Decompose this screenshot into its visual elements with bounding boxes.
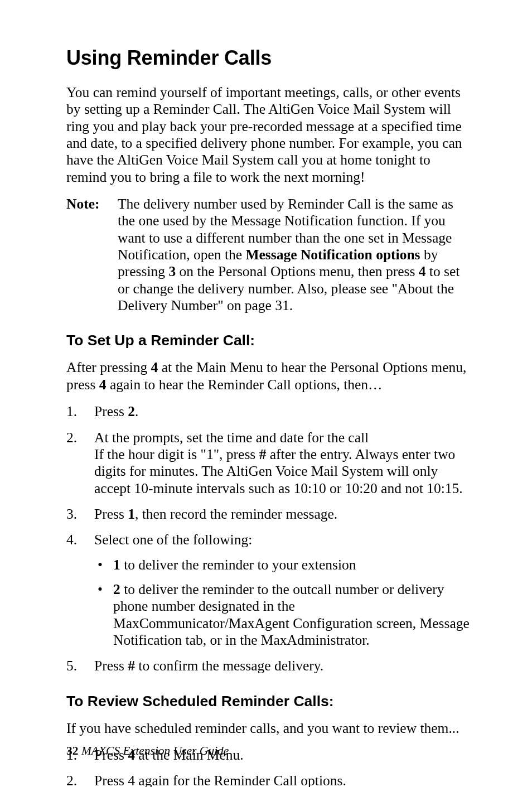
note-bold2: 3 — [168, 263, 176, 279]
s1-i3-seg1: Press — [94, 506, 128, 522]
bullet-item: 1 to deliver the reminder to your extens… — [94, 557, 472, 573]
list-item: Select one of the following: 1 to delive… — [66, 532, 472, 649]
s1-i2-seg1: At the prompts, set the time and date fo… — [94, 429, 369, 446]
s1-i4-bul1-seg: to deliver the reminder to your extensio… — [120, 557, 356, 573]
note-seg3: on the Personal Options menu, then press — [176, 263, 419, 279]
list-item: Press 2. — [66, 403, 472, 420]
s1-i5-seg1: Press — [94, 658, 128, 674]
note-block: Note: The delivery number used by Remind… — [66, 196, 472, 314]
footer-page-number: 32 — [66, 744, 79, 757]
s1-lead-seg3: again to hear the Reminder Call options,… — [107, 376, 383, 393]
s1-i4-bul1-b: 1 — [113, 557, 120, 573]
page-heading: Using Reminder Calls — [66, 46, 472, 70]
s2-i2: Press 4 again for the Reminder Call opti… — [94, 772, 346, 787]
s1-lead-b1: 4 — [151, 359, 158, 375]
intro-paragraph: You can remind yourself of important mee… — [66, 84, 472, 186]
list-item: Press 4 again for the Reminder Call opti… — [66, 772, 472, 787]
s1-i3-seg2: , then record the reminder message. — [135, 506, 337, 522]
note-text: The delivery number used by Reminder Cal… — [118, 196, 472, 314]
section1-title: To Set Up a Reminder Call: — [66, 332, 472, 349]
footer-book-title: MAXCS Extension User Guide — [81, 744, 229, 757]
s1-i5-b: # — [128, 658, 135, 674]
s1-i4-bul2-seg: to deliver the reminder to the outcall n… — [113, 581, 470, 648]
section1-lead: After pressing 4 at the Main Menu to hea… — [66, 359, 472, 393]
s1-i4-bul2-b: 2 — [113, 581, 120, 597]
s1-lead-b2: 4 — [99, 376, 107, 393]
s1-lead-seg1: After pressing — [66, 359, 151, 375]
note-label: Note: — [66, 196, 118, 314]
s1-i1-seg2: . — [135, 403, 138, 419]
section2-lead: If you have scheduled reminder calls, an… — [66, 720, 472, 737]
section1-list: Press 2. At the prompts, set the time an… — [66, 403, 472, 674]
s1-i5-seg2: to confirm the message delivery. — [135, 658, 323, 674]
list-item: Press 1, then record the reminder messag… — [66, 506, 472, 523]
s1-i4-seg1: Select one of the following: — [94, 532, 252, 548]
s1-i1-seg1: Press — [94, 403, 128, 419]
section2-title: To Review Scheduled Reminder Calls: — [66, 693, 472, 710]
section1-bullets: 1 to deliver the reminder to your extens… — [94, 557, 472, 649]
note-bold3: 4 — [419, 263, 426, 279]
s1-i2-b1: # — [259, 446, 267, 462]
s1-i2-seg2: If the hour digit is "1", press — [94, 446, 259, 462]
s1-i3-b: 1 — [128, 506, 135, 522]
bullet-item: 2 to deliver the reminder to the outcall… — [94, 581, 472, 649]
note-bold1: Message Notification options — [245, 247, 420, 263]
page: Using Reminder Calls You can remind your… — [0, 0, 532, 787]
s1-i1-b: 2 — [128, 403, 135, 419]
list-item: Press # to confirm the message delivery. — [66, 658, 472, 674]
page-footer: 32 MAXCS Extension User Guide — [66, 744, 229, 758]
list-item: At the prompts, set the time and date fo… — [66, 429, 472, 497]
